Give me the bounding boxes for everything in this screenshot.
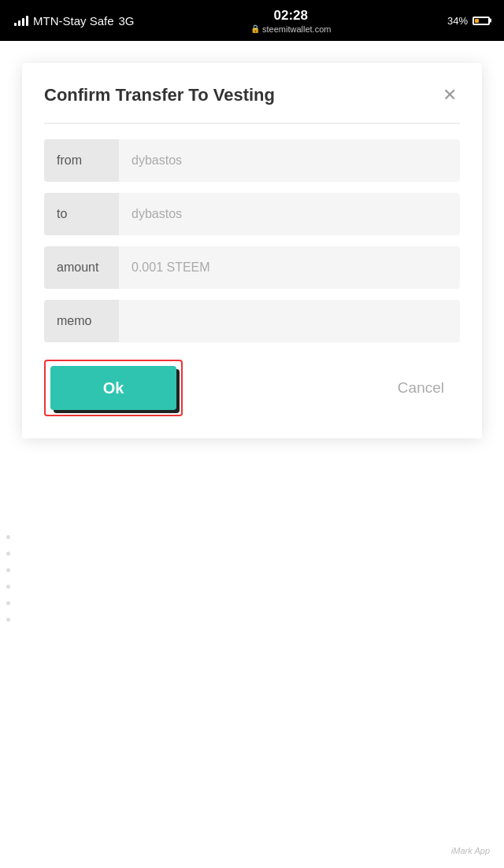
status-center: 02:28 🔒 steemitwallet.com xyxy=(250,8,331,34)
url-display: 🔒 steemitwallet.com xyxy=(250,24,331,34)
signal-icon xyxy=(14,15,28,26)
lock-icon: 🔒 xyxy=(250,24,260,33)
modal-header: Confirm Transfer To Vesting ✕ xyxy=(44,85,460,105)
dot-2 xyxy=(6,552,10,556)
dot-3 xyxy=(6,568,10,572)
to-field-row: to dybastos xyxy=(44,193,460,235)
dot-4 xyxy=(6,585,10,589)
battery-percent: 34% xyxy=(447,15,468,27)
ok-button-wrapper: Ok xyxy=(44,360,183,416)
cancel-button[interactable]: Cancel xyxy=(382,373,460,403)
modal-title: Confirm Transfer To Vesting xyxy=(44,85,275,105)
button-row: Ok Cancel xyxy=(44,360,460,416)
modal-wrapper: Confirm Transfer To Vesting ✕ from dybas… xyxy=(0,41,504,438)
close-button[interactable]: ✕ xyxy=(439,85,460,105)
url-text: steemitwallet.com xyxy=(262,24,331,34)
dot-1 xyxy=(6,535,10,539)
amount-field-row: amount 0.001 STEEM xyxy=(44,246,460,289)
network-label: 3G xyxy=(119,14,135,28)
watermark: iMark App xyxy=(451,846,490,855)
amount-value: 0.001 STEEM xyxy=(119,246,460,289)
from-label: from xyxy=(44,139,119,182)
status-bar: MTN-Stay Safe 3G 02:28 🔒 steemitwallet.c… xyxy=(0,0,504,41)
from-value: dybastos xyxy=(119,139,460,182)
left-decoration xyxy=(6,535,10,622)
amount-label: amount xyxy=(44,246,119,289)
ok-button[interactable]: Ok xyxy=(50,366,176,410)
status-right: 34% xyxy=(447,15,490,27)
to-value: dybastos xyxy=(119,193,460,235)
memo-value xyxy=(119,300,460,342)
from-field-row: from dybastos xyxy=(44,139,460,182)
carrier-label: MTN-Stay Safe xyxy=(33,14,114,28)
to-label: to xyxy=(44,193,119,235)
time-display: 02:28 xyxy=(274,8,308,24)
status-left: MTN-Stay Safe 3G xyxy=(14,14,135,28)
header-divider xyxy=(44,123,460,124)
memo-label: memo xyxy=(44,300,119,342)
battery-icon xyxy=(472,17,490,25)
confirm-transfer-modal: Confirm Transfer To Vesting ✕ from dybas… xyxy=(22,63,482,438)
dot-5 xyxy=(6,601,10,605)
dot-6 xyxy=(6,618,10,622)
memo-field-row: memo xyxy=(44,300,460,342)
